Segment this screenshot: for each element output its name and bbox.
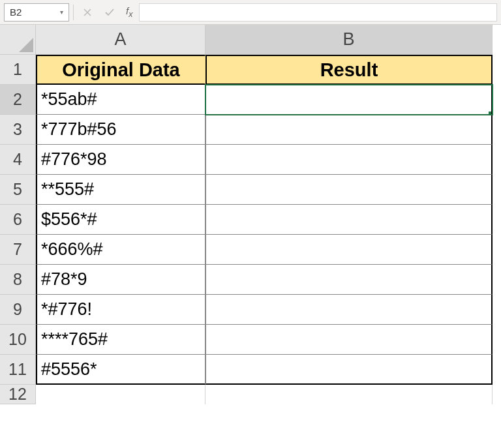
cell-A6[interactable]: $556*# <box>36 205 205 235</box>
row-header-3[interactable]: 3 <box>0 115 36 145</box>
cell-A2[interactable]: *55ab# <box>36 85 205 115</box>
cell-B1[interactable]: Result <box>205 55 493 85</box>
cell-B12[interactable] <box>205 385 493 404</box>
row-header-4[interactable]: 4 <box>0 145 36 175</box>
cell-A12[interactable] <box>36 385 205 404</box>
row-header-9[interactable]: 9 <box>0 295 36 325</box>
cell-A5[interactable]: **555# <box>36 175 205 205</box>
fx-icon[interactable]: fx <box>122 5 136 19</box>
cell-B8[interactable] <box>205 265 493 295</box>
cell-B11[interactable] <box>205 355 493 385</box>
name-box-value: B2 <box>10 7 60 18</box>
cell-B6[interactable] <box>205 205 493 235</box>
cell-B10[interactable] <box>205 325 493 355</box>
cell-A3[interactable]: *777b#56 <box>36 115 205 145</box>
cell-A1[interactable]: Original Data <box>36 55 205 85</box>
spreadsheet-grid: A B 1 Original Data Result 2 *55ab# 3 *7… <box>0 25 501 415</box>
cell-A4[interactable]: #776*98 <box>36 145 205 175</box>
cell-A7[interactable]: *666%# <box>36 235 205 265</box>
row-header-2[interactable]: 2 <box>0 85 36 115</box>
row-header-10[interactable]: 10 <box>0 325 36 355</box>
row-header-6[interactable]: 6 <box>0 205 36 235</box>
cell-A11[interactable]: #5556* <box>36 355 205 385</box>
select-all-corner[interactable] <box>0 25 36 55</box>
cancel-icon[interactable] <box>78 3 97 22</box>
row-header-8[interactable]: 8 <box>0 265 36 295</box>
row-header-5[interactable]: 5 <box>0 175 36 205</box>
cell-A9[interactable]: *#776! <box>36 295 205 325</box>
column-header-A[interactable]: A <box>36 25 205 55</box>
cell-B9[interactable] <box>205 295 493 325</box>
cell-A8[interactable]: #78*9 <box>36 265 205 295</box>
cell-B3[interactable] <box>205 115 493 145</box>
row-header-7[interactable]: 7 <box>0 235 36 265</box>
formula-input[interactable] <box>139 3 497 22</box>
row-header-1[interactable]: 1 <box>0 55 36 85</box>
cell-B7[interactable] <box>205 235 493 265</box>
cell-B5[interactable] <box>205 175 493 205</box>
cell-B4[interactable] <box>205 145 493 175</box>
cell-A10[interactable]: ****765# <box>36 325 205 355</box>
row-header-11[interactable]: 11 <box>0 355 36 385</box>
enter-icon[interactable] <box>100 3 119 22</box>
chevron-down-icon[interactable]: ▾ <box>60 8 63 16</box>
name-box[interactable]: B2 ▾ <box>4 3 69 22</box>
cell-B2[interactable] <box>205 85 493 115</box>
column-header-B[interactable]: B <box>205 25 493 55</box>
formula-bar: B2 ▾ fx <box>0 0 501 25</box>
separator <box>73 5 74 20</box>
row-header-12[interactable]: 12 <box>0 385 36 404</box>
